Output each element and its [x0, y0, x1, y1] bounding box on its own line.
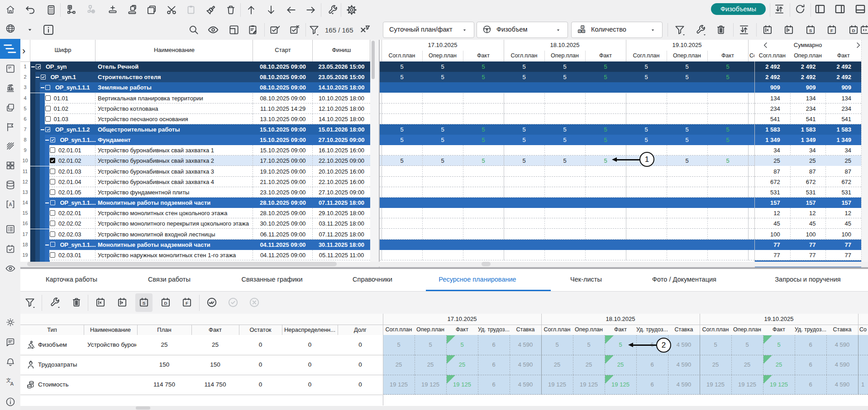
svg-text:A: A [9, 202, 12, 207]
svg-text:A: A [10, 381, 14, 386]
svg-text:S: S [809, 28, 812, 33]
svg-text:D: D [164, 301, 167, 306]
svg-text:D: D [852, 28, 855, 33]
svg-text:F: F [830, 28, 833, 33]
svg-text:1: 1 [582, 26, 584, 28]
svg-text:S: S [143, 301, 146, 306]
svg-text:3: 3 [582, 30, 584, 33]
svg-text:F: F [186, 301, 188, 306]
svg-text:2: 2 [579, 30, 581, 33]
